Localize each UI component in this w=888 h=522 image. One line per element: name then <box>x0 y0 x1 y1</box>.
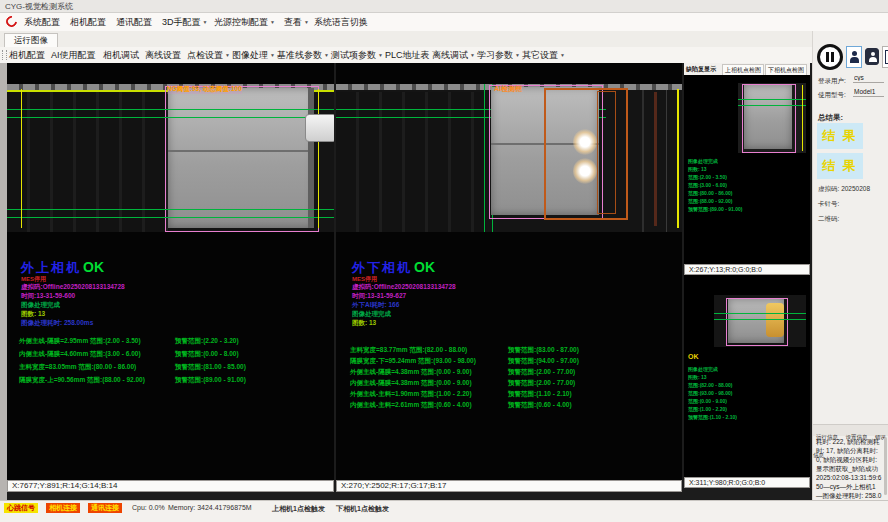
measurement-main: 内侧主线-隔膜=4.38mm 范围:(0.00 - 9.00) <box>350 379 472 388</box>
lower-camera-trigger-button[interactable]: 下相机1点检触发 <box>336 504 389 514</box>
chevron-down-icon: ▼ <box>515 52 520 58</box>
login-user-label: 登录用户: <box>818 77 846 86</box>
tool-offline-debug[interactable]: 离线调试▼ <box>432 47 475 63</box>
highlight-region <box>766 303 784 337</box>
chevron-down-icon: ▼ <box>270 52 275 58</box>
menu-item-camera-config[interactable]: 相机配置 <box>70 13 106 31</box>
tab-upper-camera-check[interactable]: 上相机点检图 <box>722 64 764 75</box>
result-ok-label: OK <box>83 259 104 275</box>
thumb-text-line: 范围:(88.00 - 92.00) <box>688 197 732 205</box>
exit-button[interactable] <box>882 46 888 68</box>
measurement-row: 外侧主线-隔膜=2.95mm 范围:(2.00 - 3.50) 预警范围:(2.… <box>7 337 334 347</box>
measurement-main: 隔膜宽度-下=95.24mm 范围:(93.00 - 98.00) <box>350 357 476 366</box>
measurement-row: 内侧主线-隔膜=4.60mm 范围:(3.00 - 6.00) 预警范围:(0.… <box>7 350 334 360</box>
person-icon <box>871 52 875 56</box>
measurement-row: 外侧主线-隔膜=4.38mm 范围:(0.00 - 9.00) 预警范围:(2.… <box>336 368 682 378</box>
user-switch-button[interactable] <box>865 48 879 65</box>
measure-line-green <box>714 319 806 320</box>
measure-line-green <box>7 217 334 218</box>
chevron-down-icon: ▼ <box>203 19 208 25</box>
chevron-down-icon: ▼ <box>324 52 329 58</box>
material-plate <box>744 85 792 149</box>
measurement-main: 外侧主线-隔膜=2.95mm 范围:(2.00 - 3.50) <box>19 337 141 346</box>
middle-camera-image[interactable]: AI检测框 <box>336 84 682 232</box>
menu-bar: 系统配置 相机配置 通讯配置 3D手配置▼ 光源控制配置▼ 查看▼ 系统语言切换 <box>0 13 888 32</box>
middle-pixel-readout: X:270;Y:2502;R:17;G:17;B:17 <box>336 480 682 492</box>
measurement-warn: 预警范围:(83.00 - 87.00) <box>508 346 579 355</box>
measurement-row: 隔膜宽度-上=90.56mm 范围:(88.00 - 92.00) 预警范围:(… <box>7 376 334 386</box>
thumbnail-image <box>714 295 806 347</box>
menu-item-language[interactable]: 系统语言切换 <box>314 13 368 31</box>
tool-test-params[interactable]: 测试项参数▼ <box>331 47 383 63</box>
left-camera-image[interactable]: NG阈值:93, 动态阈值:100 <box>7 84 334 232</box>
tool-camera-debug[interactable]: 相机调试 <box>103 47 139 63</box>
time-label: 时间:13-31-59-627 <box>352 292 406 301</box>
log-scrollbar[interactable] <box>884 437 887 495</box>
lower-check-thumbnail[interactable]: OK 图像处理完成 图数: 13 范围:(82.00 - 88.00) 范围:(… <box>684 275 810 477</box>
login-user-input[interactable] <box>853 74 884 83</box>
tool-other-settings[interactable]: 其它设置▼ <box>522 47 565 63</box>
thumb-text-line: 范围:(82.00 - 88.00) <box>688 381 732 389</box>
thumb-text-line: 图像处理完成 <box>688 157 718 165</box>
tool-plc-table[interactable]: PLC地址表 <box>385 47 430 63</box>
chevron-down-icon: ▼ <box>270 19 275 25</box>
plate-seam <box>168 150 314 152</box>
heartbeat-status-badge: 心跳信号 <box>4 503 38 513</box>
pause-button[interactable] <box>817 44 843 70</box>
tab-lower-camera-check[interactable]: 下相机点检图 <box>765 64 807 75</box>
thumb-text-line: 范围:(2.00 - 3.50) <box>688 173 727 181</box>
status-bar: 心跳信号 相机连接 通讯连接 Cpu: 0.0% Memory: 3424.41… <box>0 500 888 522</box>
measure-line-green <box>738 105 806 106</box>
measure-line-green <box>7 109 334 110</box>
thumb-text-line: 预警范围:(89.00 - 91.00) <box>688 205 742 213</box>
model-input[interactable] <box>853 88 884 97</box>
measurement-warn: 预警范围:(2.20 - 3.20) <box>175 337 239 346</box>
model-label: 使用型号: <box>818 91 846 100</box>
upper-check-thumbnail[interactable]: 图像处理完成 图数: 13 范围:(2.00 - 3.50) 范围:(3.00 … <box>684 75 810 264</box>
measure-vline-green <box>484 84 485 232</box>
measurement-warn: 预警范围:(89.00 - 91.00) <box>175 376 246 385</box>
menu-item-view[interactable]: 查看▼ <box>284 13 309 31</box>
thumb-text-line: 预警范围:(1.10 - 2.10) <box>688 413 737 421</box>
toolbar: 相机配置 AI使用配置 相机调试 离线设置 点检设置▼ 图像处理▼ 基准线参数▼… <box>0 47 812 64</box>
app-logo-icon <box>4 14 19 29</box>
tool-image-process[interactable]: 图像处理▼ <box>232 47 275 63</box>
user-login-button[interactable] <box>846 46 862 68</box>
pin-number-label: 卡针号: <box>818 200 839 209</box>
measure-line-yellow <box>802 85 803 151</box>
result-box-2: 结 果 <box>817 153 863 179</box>
menu-item-system-config[interactable]: 系统配置 <box>24 13 60 31</box>
qr-code-label: 二维码: <box>818 215 839 224</box>
left-pixel-readout: X:7677;Y:891;R:14;G:14;B:14 <box>7 480 334 492</box>
chevron-down-icon: ▼ <box>470 52 475 58</box>
measurement-row: 主料宽度=83.77mm 范围:(82.00 - 88.00) 预警范围:(83… <box>336 346 682 356</box>
machinery-texture <box>7 92 169 232</box>
menu-item-light-config[interactable]: 光源控制配置▼ <box>214 13 275 31</box>
measurement-warn: 预警范围:(94.00 - 97.00) <box>508 357 579 366</box>
measurement-main: 隔膜宽度-上=90.56mm 范围:(88.00 - 92.00) <box>19 376 145 385</box>
measure-line-yellow <box>21 89 22 228</box>
window-left-edge <box>0 63 7 500</box>
measurement-warn: 预警范围:(81.00 - 85.00) <box>175 363 246 372</box>
tool-learn-params[interactable]: 学习参数▼ <box>477 47 520 63</box>
measurement-row: 内侧主线-主料=2.61mm 范围:(0.60 - 4.00) 预警范围:(0.… <box>336 401 682 411</box>
upper-camera-trigger-button[interactable]: 上相机1点检触发 <box>272 504 325 514</box>
menu-item-3d-config[interactable]: 3D手配置▼ <box>162 13 207 31</box>
thumb-text-line: 范围:(0.00 - 9.00) <box>688 397 727 405</box>
measurement-warn: 预警范围:(0.60 - 4.00) <box>508 401 572 410</box>
chevron-down-icon: ▼ <box>378 52 383 58</box>
tool-offline-setting[interactable]: 离线设置 <box>145 47 181 63</box>
result-box-1: 结 果 <box>817 123 863 149</box>
measurement-warn: 预警范围:(1.10 - 2.10) <box>508 390 572 399</box>
measurement-row: 内侧主线-隔膜=4.38mm 范围:(0.00 - 9.00) 预警范围:(2.… <box>336 379 682 389</box>
tool-baseline-params[interactable]: 基准线参数▼ <box>277 47 329 63</box>
process-done-label: 图像处理完成 <box>352 310 391 319</box>
tool-camera-config[interactable]: 相机配置 <box>9 47 45 63</box>
tool-ai-config[interactable]: AI使用配置 <box>51 47 96 63</box>
menu-item-comm-config[interactable]: 通讯配置 <box>116 13 152 31</box>
thumb-ok-label: OK <box>688 353 699 361</box>
measurement-main: 主料宽度=83.77mm 范围:(82.00 - 88.00) <box>350 346 467 355</box>
tool-check-setting[interactable]: 点检设置▼ <box>187 47 230 63</box>
threshold-label: NG阈值:93, 动态阈值:100 <box>167 85 242 94</box>
tab-run-image[interactable]: 运行图像 <box>4 33 58 47</box>
